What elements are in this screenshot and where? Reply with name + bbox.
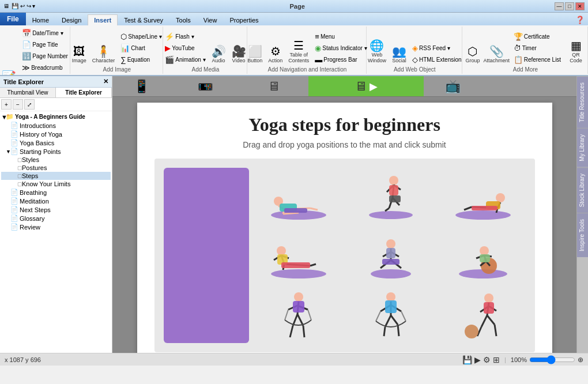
zoom-fit-icon[interactable]: ⊕ xyxy=(578,356,583,364)
pose-7[interactable] xyxy=(256,285,341,343)
tab-test-survey[interactable]: Test & Survey xyxy=(118,14,169,25)
tree-item-glossary[interactable]: 📄 Glossary xyxy=(1,214,111,223)
drop-zone[interactable] xyxy=(164,168,249,343)
tab-tools[interactable]: Tools xyxy=(169,14,197,25)
panel-tool-btn-1[interactable]: + xyxy=(1,99,12,110)
web-window-button[interactable]: 🌐 WebWindow xyxy=(365,38,389,65)
reference-list-button[interactable]: 📋 Reference List xyxy=(511,54,563,65)
svg-rect-26 xyxy=(472,206,497,210)
timer-button[interactable]: ⏱ Timer xyxy=(511,43,563,54)
play-icon[interactable]: ▶ xyxy=(370,80,378,93)
status-indicator-button[interactable]: ◉ Status Indicator ▾ xyxy=(312,43,369,54)
panel-tool-btn-3[interactable]: ⤢ xyxy=(24,99,35,110)
rss-feed-button[interactable]: ◈ RSS Feed ▾ xyxy=(410,43,464,54)
attachment-icon: 📎 xyxy=(489,46,504,57)
right-tab-inspire-tools[interactable]: Inspire Tools xyxy=(577,213,588,257)
desktop-icon: 🖥 xyxy=(267,79,280,94)
device-phone[interactable]: 📱 xyxy=(112,76,170,96)
certificate-icon: 🏆 xyxy=(514,32,523,41)
tree-item-starting-points[interactable]: ▼ 📄 Starting Points xyxy=(1,147,111,156)
social-button[interactable]: 👥 Social xyxy=(390,44,409,65)
animation-button[interactable]: 🎬 Animation ▾ xyxy=(163,54,208,65)
flash-button[interactable]: ⚡ Flash ▾ xyxy=(163,31,208,42)
tree-item-next-steps[interactable]: 📄 Next Steps xyxy=(1,205,111,214)
page-title-button[interactable]: 📄 Page Title xyxy=(20,39,70,50)
tree-item-know-limits[interactable]: ▢ Know Your Limits xyxy=(1,180,111,188)
status-icon-save[interactable]: 💾 xyxy=(462,355,472,364)
device-desktop[interactable]: 🖥 xyxy=(239,76,308,96)
monitor-icon: 🖥 xyxy=(355,79,367,94)
pose-2[interactable] xyxy=(348,168,434,220)
tree-item-introductions[interactable]: 📄 Introductions xyxy=(1,121,111,130)
tab-view[interactable]: View xyxy=(197,14,224,25)
thumbnail-view-tab[interactable]: Thumbnail View xyxy=(0,88,56,97)
status-icon-play[interactable]: ▶ xyxy=(474,355,481,364)
equation-button[interactable]: ∑ Equation xyxy=(118,54,164,65)
page-icon-meditation: 📄 xyxy=(10,197,18,205)
tab-home[interactable]: Home xyxy=(26,14,55,25)
chart-button[interactable]: 📊 Chart xyxy=(118,43,164,54)
status-icon-grid[interactable]: ⊞ xyxy=(493,355,500,364)
tree-item-steps[interactable]: ▢ Steps xyxy=(1,172,111,180)
close-button[interactable]: ✕ xyxy=(575,2,585,10)
pose-1[interactable] xyxy=(256,168,341,220)
status-icon-settings[interactable]: ⚙ xyxy=(483,355,491,364)
button-button[interactable]: ⬜ Button xyxy=(245,44,265,65)
tab-properties[interactable]: Properties xyxy=(223,14,265,25)
device-tv[interactable]: 📺 xyxy=(424,76,481,96)
tree-item-basics[interactable]: 📄 Yoga Basics xyxy=(1,138,111,147)
pose-6[interactable] xyxy=(440,227,526,278)
breadcrumb-button[interactable]: ≫ Breadcrumb xyxy=(20,62,70,73)
qr-code-button[interactable]: ▦ QR Code xyxy=(564,38,587,65)
action-button[interactable]: ⚙ Action xyxy=(266,44,285,65)
page-number-button[interactable]: 🔢 Page Number xyxy=(20,51,70,62)
html-extension-button[interactable]: ◇ HTML Extension xyxy=(410,54,464,65)
progress-bar-button[interactable]: ▬ Progress Bar xyxy=(312,54,369,65)
audio-button[interactable]: 🔊 Audio xyxy=(209,44,228,65)
attachment-button[interactable]: 📎 Attachment xyxy=(483,44,510,65)
ribbon-group-text: 📝 TextBlock 📅 Date/Time ▾ 📄 Page Title 🔢… xyxy=(0,27,70,74)
equation-icon: ∑ xyxy=(120,55,126,64)
tab-design[interactable]: Design xyxy=(55,14,88,25)
page-bullet-steps: ▢ xyxy=(17,173,22,179)
pose-3[interactable] xyxy=(440,168,526,220)
maximize-button[interactable]: □ xyxy=(565,2,574,10)
shape-line-button[interactable]: ⬡ Shape/Line ▾ xyxy=(118,31,164,42)
help-button[interactable]: ❓ xyxy=(572,14,588,25)
pose-9[interactable] xyxy=(440,285,526,343)
certificate-button[interactable]: 🏆 Certificate xyxy=(511,31,563,42)
menu-button[interactable]: ≡ Menu xyxy=(312,31,369,42)
tree-item-meditation[interactable]: 📄 Meditation xyxy=(1,197,111,205)
group-button[interactable]: ⬡ Group xyxy=(463,44,482,65)
text-block-button[interactable]: 📝 TextBlock xyxy=(0,69,18,76)
image-button[interactable]: 🖼 Image xyxy=(70,44,89,65)
tab-insert[interactable]: Insert xyxy=(88,14,118,25)
device-tablet[interactable]: 📱 xyxy=(170,76,239,96)
table-of-contents-button[interactable]: ☰ Table ofContents xyxy=(286,38,311,65)
tree-item-review[interactable]: 📄 Review xyxy=(1,223,111,231)
character-button[interactable]: 🧍 Character xyxy=(90,44,118,65)
right-tab-title-resources[interactable]: Title Resources xyxy=(577,76,588,128)
tree-item-breathing[interactable]: 📄 Breathing xyxy=(1,188,111,197)
youtube-icon: ▶ xyxy=(165,44,171,52)
pose-4[interactable] xyxy=(256,227,341,278)
right-tab-my-library[interactable]: My Library xyxy=(577,128,588,167)
panel-tool-btn-2[interactable]: − xyxy=(13,99,23,110)
pose-8[interactable] xyxy=(348,285,434,343)
toggle-yoga-root: ▼ xyxy=(1,114,6,121)
title-explorer-tab[interactable]: Title Explorer xyxy=(56,88,112,97)
tree-item-yoga-root[interactable]: ▼ 📁 Yoga - A Beginners Guide xyxy=(1,112,111,121)
page-icon-intro: 📄 xyxy=(10,122,18,129)
panel-close-icon[interactable]: ✕ xyxy=(103,78,108,85)
file-tab[interactable]: File xyxy=(0,13,26,25)
youtube-button[interactable]: ▶ YouTube xyxy=(163,43,208,54)
right-tab-stock-library[interactable]: Stock Library xyxy=(577,167,588,213)
minimize-button[interactable]: — xyxy=(555,2,564,10)
pose-5[interactable] xyxy=(348,227,434,278)
tree-item-styles[interactable]: ▢ Styles xyxy=(1,156,111,164)
date-time-button[interactable]: 📅 Date/Time ▾ xyxy=(20,28,70,39)
tree-item-postures[interactable]: ▢ Postures xyxy=(1,164,111,172)
device-monitor-active[interactable]: 🖥 ▶ xyxy=(308,76,424,96)
tree-item-history[interactable]: 📄 History of Yoga xyxy=(1,130,111,138)
zoom-slider[interactable] xyxy=(529,356,575,363)
